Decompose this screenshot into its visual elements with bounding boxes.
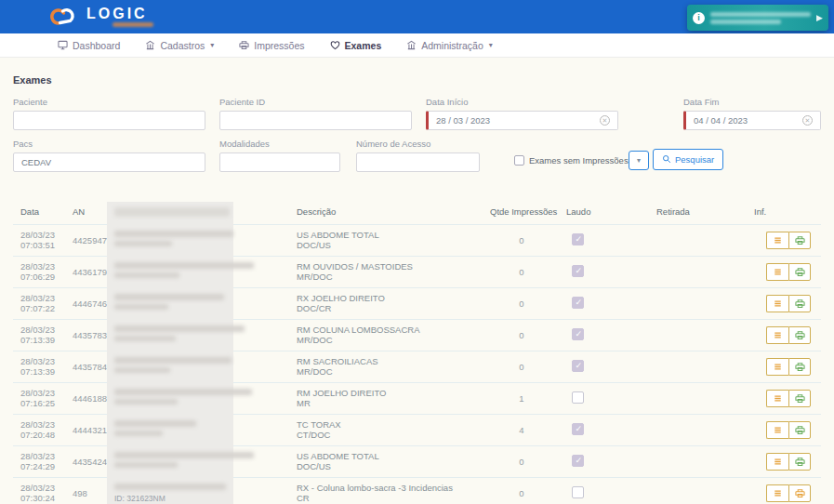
pacs-input[interactable] xyxy=(13,153,205,172)
data-inicio-field: Data Início 28 / 03 / 2023 ✕ xyxy=(426,97,618,130)
print-button[interactable] xyxy=(788,421,811,439)
redacted-patient-name xyxy=(114,294,224,300)
nav-item-administracao[interactable]: Administração▾ xyxy=(406,40,493,51)
main-nav: DashboardCadastros▾ImpressõesExamesAdmin… xyxy=(0,33,834,58)
notification-toast[interactable]: i ▶ xyxy=(687,5,828,31)
modalidades-input[interactable] xyxy=(219,153,340,172)
exam-time: 07:24:29 xyxy=(20,461,65,471)
pesquisar-label: Pesquisar xyxy=(675,154,714,165)
redacted-patient-info xyxy=(114,367,170,373)
retirada-cell xyxy=(649,382,747,414)
accession-number: 4425947 xyxy=(65,224,107,256)
col-descricao: Descrição xyxy=(289,200,484,224)
exam-modality: CR xyxy=(297,493,484,503)
accession-number: 4446188 xyxy=(65,382,107,414)
exam-modality: CT/DOC xyxy=(297,430,484,440)
retirada-cell xyxy=(649,256,747,287)
pesquisar-button[interactable]: Pesquisar xyxy=(653,149,723,170)
printer-icon xyxy=(239,40,249,50)
app-window: LOGIC i ▶ DashboardCadastros▾ImpressõesE… xyxy=(0,0,834,504)
list-button[interactable] xyxy=(766,295,788,312)
redacted-patient-info xyxy=(114,462,178,468)
exames-sem-impressoes-checkbox-row[interactable]: Exames sem Impressões xyxy=(514,155,629,166)
logo[interactable]: LOGIC xyxy=(46,3,153,29)
pacs-field: Pacs xyxy=(13,139,205,172)
list-button[interactable] xyxy=(766,484,788,502)
nav-item-label: Impressões xyxy=(254,40,304,51)
exam-time: 07:13:39 xyxy=(20,335,65,345)
building-icon xyxy=(145,40,155,50)
laudo-checkbox[interactable] xyxy=(572,297,584,309)
list-button[interactable] xyxy=(766,390,788,407)
print-button[interactable] xyxy=(788,295,811,312)
data-fim-input[interactable]: 04 / 04 / 2023 ✕ xyxy=(683,111,821,130)
laudo-checkbox[interactable] xyxy=(572,233,584,245)
redacted-patient-name xyxy=(114,452,254,458)
print-button[interactable] xyxy=(788,263,811,281)
print-button[interactable] xyxy=(788,390,811,407)
exam-description: RM JOELHO DIREITO xyxy=(297,388,484,398)
numero-acesso-field: Número de Acesso xyxy=(356,139,480,172)
data-fim-label: Data Fim xyxy=(683,97,821,107)
chevron-down-icon: ▾ xyxy=(210,41,214,49)
col-laudo: Laudo xyxy=(559,200,649,224)
pacs-label: Pacs xyxy=(13,139,205,149)
exam-date: 28/03/23 xyxy=(20,419,65,430)
exam-time: 07:07:22 xyxy=(20,303,65,313)
laudo-checkbox[interactable] xyxy=(572,486,584,498)
paciente-input[interactable] xyxy=(13,111,205,130)
exam-time: 07:20:48 xyxy=(20,430,65,440)
laudo-checkbox[interactable] xyxy=(572,328,584,340)
numero-acesso-input[interactable] xyxy=(356,153,480,172)
list-button[interactable] xyxy=(766,232,788,249)
col-qtde-impressoes: Qtde Impressões xyxy=(484,200,559,224)
nav-item-cadastros[interactable]: Cadastros▾ xyxy=(145,40,214,51)
laudo-checkbox[interactable] xyxy=(572,360,584,372)
laudo-checkbox[interactable] xyxy=(572,391,584,404)
logo-cloud-icon xyxy=(46,3,82,29)
print-button[interactable] xyxy=(788,358,811,376)
search-options-dropdown-button[interactable]: ▾ xyxy=(629,151,649,170)
top-header-bar: LOGIC i ▶ xyxy=(0,0,834,33)
redacted-patient-info xyxy=(114,241,172,246)
print-count: 0 xyxy=(484,445,559,477)
print-button[interactable] xyxy=(788,326,811,344)
redacted-patient-name xyxy=(114,262,254,269)
list-button[interactable] xyxy=(766,453,788,471)
nav-item-exames[interactable]: Exames xyxy=(330,40,382,51)
redacted-patient-name xyxy=(114,231,233,237)
data-inicio-value: 28 / 03 / 2023 xyxy=(436,115,600,126)
redacted-patient-info xyxy=(114,336,176,341)
clear-date-icon[interactable]: ✕ xyxy=(802,115,813,126)
paciente-id-input[interactable] xyxy=(219,111,412,130)
exam-description: RM OUVIDOS / MASTOIDES xyxy=(297,261,484,272)
data-inicio-input[interactable]: 28 / 03 / 2023 ✕ xyxy=(426,111,618,130)
print-button[interactable] xyxy=(788,484,811,502)
paciente-id-field: Paciente ID xyxy=(219,97,412,130)
laudo-checkbox[interactable] xyxy=(572,423,584,435)
list-button[interactable] xyxy=(766,358,788,376)
exam-date: 28/03/23 xyxy=(20,261,65,272)
col-data: Data xyxy=(13,200,65,224)
clear-date-icon[interactable]: ✕ xyxy=(600,115,610,126)
list-button[interactable] xyxy=(766,326,788,344)
redacted-header-text xyxy=(114,207,230,217)
list-button[interactable] xyxy=(766,421,788,439)
redacted-patient-name xyxy=(114,389,252,395)
laudo-checkbox[interactable] xyxy=(572,455,584,467)
redacted-patient-name xyxy=(114,420,196,427)
laudo-checkbox[interactable] xyxy=(572,265,584,277)
accession-number: 4435783 xyxy=(65,319,107,351)
nav-item-label: Cadastros xyxy=(160,40,205,51)
toast-arrow-icon[interactable]: ▶ xyxy=(816,13,823,22)
list-button[interactable] xyxy=(766,263,788,281)
print-count: 0 xyxy=(484,256,559,287)
exames-sem-impressoes-checkbox[interactable] xyxy=(514,155,524,166)
page-title: Exames xyxy=(13,74,52,86)
redacted-patient-name xyxy=(114,357,232,364)
print-button[interactable] xyxy=(788,232,811,249)
print-button[interactable] xyxy=(788,453,811,471)
redacted-patient-name xyxy=(114,484,226,490)
nav-item-impressoes[interactable]: Impressões xyxy=(239,40,304,51)
nav-item-dashboard[interactable]: Dashboard xyxy=(58,40,120,51)
